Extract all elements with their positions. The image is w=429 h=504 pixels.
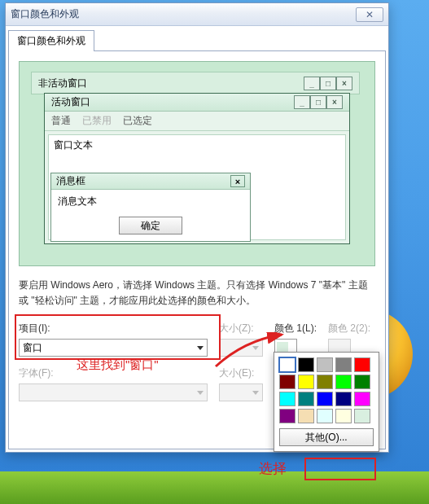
messagebox-titlebar: 消息框 × xyxy=(51,173,250,190)
minimize-icon: _ xyxy=(304,77,320,90)
item-value: 窗口 xyxy=(23,341,42,355)
messagebox-title: 消息框 xyxy=(56,174,85,188)
swatch-grid xyxy=(279,357,374,423)
color-swatch[interactable] xyxy=(279,392,295,406)
description-text: 要启用 Windows Aero，请选择 Windows 主题。只有选择 Win… xyxy=(19,278,375,309)
messagebox-ok-button: 确定 xyxy=(119,217,182,234)
color-swatch[interactable] xyxy=(298,375,314,389)
color-swatch[interactable] xyxy=(354,357,370,372)
menu-normal: 普通 xyxy=(51,114,71,128)
color-swatch[interactable] xyxy=(298,357,314,372)
active-window: 活动窗口 _ □ × 普通 已禁用 已选定 窗口文本 消 xyxy=(44,93,350,244)
close-icon: × xyxy=(326,95,343,109)
other-color-button[interactable]: 其他(O)... xyxy=(279,428,374,446)
size-e-label: 大小(E): xyxy=(219,366,263,380)
color-swatch[interactable] xyxy=(317,409,333,423)
color2-label: 颜色 2(2): xyxy=(328,322,370,335)
size-e-combobox xyxy=(219,383,263,401)
window-buttons: _ □ × xyxy=(294,95,343,109)
color-swatch[interactable] xyxy=(317,357,333,372)
color-swatch[interactable] xyxy=(298,392,314,406)
titlebar[interactable]: 窗口颜色和外观 ✕ xyxy=(6,3,388,26)
color-swatch[interactable] xyxy=(354,375,370,389)
desktop-grass xyxy=(0,471,429,504)
tab-window-color[interactable]: 窗口颜色和外观 xyxy=(8,30,94,51)
minimize-icon: _ xyxy=(294,95,310,109)
chevron-down-icon xyxy=(252,391,259,395)
color-swatch[interactable] xyxy=(298,409,314,423)
active-window-title: 活动窗口 xyxy=(51,95,90,109)
color-swatch[interactable] xyxy=(354,392,370,406)
color-swatch[interactable] xyxy=(335,392,352,406)
color-swatch[interactable] xyxy=(279,409,295,423)
chevron-down-icon xyxy=(252,346,259,350)
close-button[interactable]: ✕ xyxy=(356,7,383,22)
preview-window-text: 窗口文本 xyxy=(54,139,93,151)
size-z-label: 大小(Z): xyxy=(219,322,263,335)
color-swatch[interactable] xyxy=(335,409,352,423)
color-swatch[interactable] xyxy=(317,375,333,389)
chevron-down-icon xyxy=(197,346,204,350)
window-buttons: _ □ × xyxy=(304,77,352,90)
maximize-icon: □ xyxy=(320,77,336,90)
size-z-combobox xyxy=(219,339,263,357)
color-swatch[interactable] xyxy=(317,392,333,406)
color-swatch[interactable] xyxy=(354,409,370,423)
maximize-icon: □ xyxy=(310,95,326,109)
color-swatch[interactable] xyxy=(279,375,295,389)
inactive-window: 非活动窗口 _ □ × xyxy=(31,72,360,94)
active-window-titlebar: 活动窗口 _ □ × xyxy=(45,94,349,112)
preview-content: 窗口文本 消息框 × 消息文本 确定 xyxy=(48,134,346,240)
tab-strip: 窗口颜色和外观 xyxy=(6,26,388,50)
color-swatch-popup: 其他(O)... xyxy=(274,352,379,452)
annotation-find-window: 这里找到"窗口" xyxy=(77,357,159,373)
item-label: 项目(I): xyxy=(19,322,208,335)
chevron-down-icon xyxy=(197,391,204,395)
messagebox-body: 消息文本 xyxy=(51,190,250,217)
item-combobox[interactable]: 窗口 xyxy=(19,339,208,357)
color-swatch[interactable] xyxy=(335,357,352,372)
window-title: 窗口颜色和外观 xyxy=(11,7,356,21)
font-combobox xyxy=(19,383,208,401)
close-icon: × xyxy=(336,77,352,90)
menu-selected: 已选定 xyxy=(123,114,152,128)
messagebox-close-icon: × xyxy=(230,175,245,187)
menu-disabled: 已禁用 xyxy=(82,114,112,128)
inactive-window-title: 非活动窗口 xyxy=(38,77,87,90)
color1-label: 颜色 1(L): xyxy=(274,322,317,335)
color-swatch[interactable] xyxy=(279,357,295,372)
preview-messagebox: 消息框 × 消息文本 确定 xyxy=(50,173,251,242)
preview-area: 非活动窗口 _ □ × 活动窗口 _ □ × 普通 xyxy=(19,61,375,266)
color-swatch[interactable] xyxy=(335,375,352,389)
annotation-select: 选择 xyxy=(259,459,287,478)
preview-menubar: 普通 已禁用 已选定 xyxy=(45,112,349,131)
close-icon: ✕ xyxy=(366,9,374,20)
